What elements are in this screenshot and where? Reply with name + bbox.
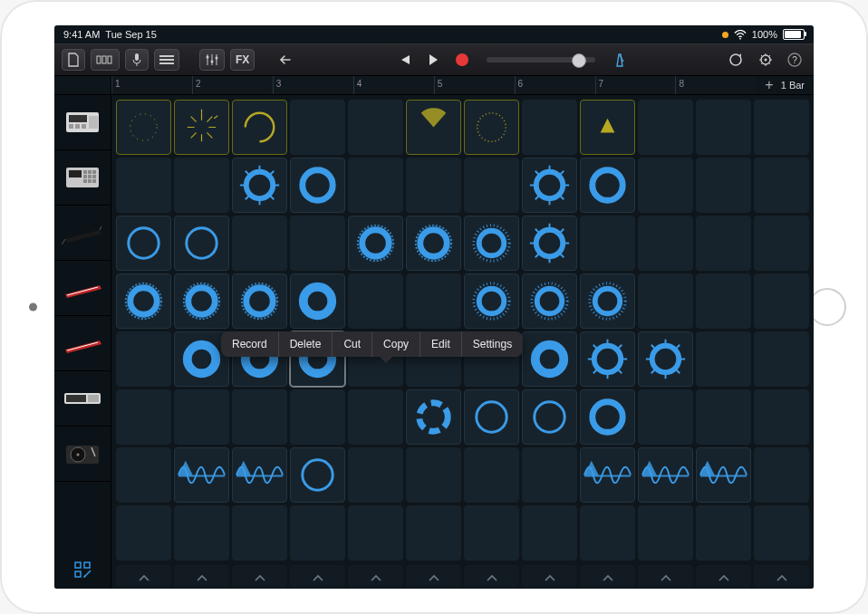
track-header-keyboard-red-2[interactable] (54, 316, 111, 371)
loop-cell[interactable] (116, 505, 171, 561)
record-button[interactable] (450, 49, 474, 71)
loop-cell-filled[interactable] (522, 331, 577, 387)
loop-cell[interactable] (116, 331, 171, 387)
loop-cell[interactable] (174, 158, 229, 213)
loop-cell-filled[interactable] (232, 447, 287, 503)
loop-cell-filled[interactable] (116, 216, 171, 271)
loop-cell-filled[interactable] (522, 273, 577, 329)
loop-cell-filled[interactable] (522, 216, 577, 271)
column-trigger[interactable] (696, 565, 751, 587)
loop-cell-filled[interactable] (232, 100, 287, 155)
loop-cell[interactable] (464, 505, 519, 561)
loop-cell[interactable] (754, 158, 809, 213)
loop-cell[interactable] (232, 389, 287, 445)
settings-button[interactable] (754, 49, 777, 71)
loop-cell-filled[interactable] (522, 389, 577, 445)
context-menu-item-record[interactable]: Record (221, 331, 279, 357)
column-trigger[interactable] (348, 565, 403, 587)
loop-cell[interactable] (754, 216, 809, 271)
column-trigger[interactable] (638, 565, 693, 587)
loop-cell[interactable] (290, 389, 345, 445)
column-trigger[interactable] (116, 565, 171, 587)
loop-cell[interactable] (696, 505, 751, 561)
loop-cell-filled[interactable] (232, 273, 287, 329)
loop-cell-filled[interactable] (290, 447, 345, 503)
loop-cell[interactable] (464, 447, 519, 503)
loop-cell-filled[interactable] (464, 216, 519, 271)
context-menu-item-copy[interactable]: Copy (372, 331, 420, 357)
loop-cell[interactable] (232, 216, 287, 271)
loop-cell[interactable] (754, 100, 809, 155)
loop-cell-filled[interactable] (696, 447, 751, 503)
loop-cell-filled[interactable] (580, 273, 635, 329)
loop-cell[interactable] (696, 331, 751, 387)
play-button[interactable] (421, 49, 445, 71)
loop-cell[interactable] (348, 389, 403, 445)
loop-cell[interactable] (754, 505, 809, 561)
context-menu-item-delete[interactable]: Delete (279, 331, 333, 357)
loop-cell[interactable] (348, 158, 403, 213)
column-trigger[interactable] (522, 565, 577, 587)
track-header-drum-machine-2[interactable] (54, 150, 111, 206)
column-trigger[interactable] (232, 565, 287, 587)
loop-cell[interactable] (638, 505, 693, 561)
microphone-button[interactable] (125, 49, 149, 71)
loop-cell[interactable] (580, 216, 635, 271)
column-trigger[interactable] (464, 565, 519, 587)
loop-cell[interactable] (348, 100, 403, 155)
column-trigger[interactable] (290, 565, 345, 587)
loop-cell[interactable] (696, 216, 751, 271)
loop-cell-filled[interactable] (638, 447, 693, 503)
loop-cell-filled[interactable] (638, 331, 693, 387)
loop-cell[interactable] (290, 100, 345, 155)
loop-cell[interactable] (638, 216, 693, 271)
loop-cell-filled[interactable] (580, 447, 635, 503)
loop-cell[interactable] (406, 447, 461, 503)
loop-cell[interactable] (638, 389, 693, 445)
help-button[interactable]: ? (783, 49, 806, 71)
ipad-home-button[interactable] (808, 288, 846, 326)
loop-cell-filled[interactable] (464, 389, 519, 445)
loop-cell-filled[interactable] (522, 158, 577, 213)
loop-cell-filled[interactable] (406, 216, 461, 271)
loop-cell[interactable] (464, 158, 519, 213)
context-menu-item-cut[interactable]: Cut (333, 331, 372, 357)
add-track-button[interactable]: + (765, 77, 773, 93)
loop-cell-filled[interactable] (116, 100, 171, 155)
loop-cell-filled[interactable] (174, 100, 229, 155)
loop-cell-filled[interactable] (580, 331, 635, 387)
loop-cell-filled[interactable] (580, 100, 635, 155)
loop-cell-filled[interactable] (464, 100, 519, 155)
loop-cell-filled[interactable] (464, 273, 519, 329)
my-songs-button[interactable] (62, 49, 85, 71)
column-trigger[interactable] (406, 565, 461, 587)
metronome-button[interactable] (608, 49, 632, 71)
loop-cell[interactable] (638, 100, 693, 155)
loop-cell[interactable] (116, 389, 171, 445)
context-menu-item-edit[interactable]: Edit (420, 331, 462, 357)
loop-cell[interactable] (696, 273, 751, 329)
tracks-view-button[interactable] (154, 49, 179, 71)
loop-cell-filled[interactable] (174, 273, 229, 329)
column-trigger[interactable] (174, 565, 229, 587)
track-header-drum-machine-1[interactable] (54, 95, 111, 150)
column-trigger[interactable] (754, 565, 809, 587)
loop-cell[interactable] (116, 447, 171, 503)
mixer-button[interactable] (199, 49, 225, 71)
loop-cell-filled[interactable] (406, 389, 461, 445)
loop-cell[interactable] (754, 273, 809, 329)
loop-cell[interactable] (406, 158, 461, 213)
loop-cell[interactable] (696, 158, 751, 213)
loop-cell[interactable] (522, 447, 577, 503)
loop-cell[interactable] (696, 100, 751, 155)
timeline-ruler[interactable]: 12345678 (111, 76, 756, 94)
loop-cell[interactable] (754, 389, 809, 445)
undo-button[interactable] (275, 49, 300, 71)
track-header-turntable[interactable] (54, 427, 111, 482)
loop-cell[interactable] (638, 273, 693, 329)
fx-button[interactable]: FX (230, 49, 255, 71)
loop-cell[interactable] (406, 505, 461, 561)
loop-cell[interactable] (290, 505, 345, 561)
loop-cell[interactable] (174, 505, 229, 561)
go-to-beginning-button[interactable] (392, 49, 416, 71)
